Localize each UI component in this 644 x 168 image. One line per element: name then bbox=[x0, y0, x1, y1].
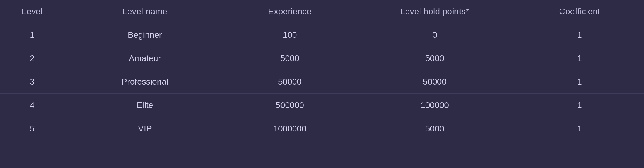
cell-coefficient: 1 bbox=[515, 70, 644, 94]
cell-coefficient: 1 bbox=[515, 47, 644, 70]
cell-coefficient: 1 bbox=[515, 94, 644, 117]
cell-experience: 100 bbox=[225, 23, 354, 47]
table-row: 5VIP100000050001 bbox=[0, 117, 644, 141]
table-row: 3Professional50000500001 bbox=[0, 70, 644, 94]
cell-name: Beginner bbox=[64, 23, 225, 47]
cell-name: Professional bbox=[64, 70, 225, 94]
cell-name: Elite bbox=[64, 94, 225, 117]
cell-coefficient: 1 bbox=[515, 23, 644, 47]
cell-experience: 5000 bbox=[225, 47, 354, 70]
cell-level: 2 bbox=[0, 47, 64, 70]
table-header-row: Level Level name Experience Level hold p… bbox=[0, 0, 644, 23]
cell-level: 3 bbox=[0, 70, 64, 94]
cell-name: Amateur bbox=[64, 47, 225, 70]
cell-hold-points: 100000 bbox=[354, 94, 515, 117]
cell-hold-points: 5000 bbox=[354, 47, 515, 70]
cell-experience: 1000000 bbox=[225, 117, 354, 141]
header-level-name: Level name bbox=[64, 0, 225, 23]
header-level-hold-points: Level hold points* bbox=[354, 0, 515, 23]
header-level: Level bbox=[0, 0, 64, 23]
header-coefficient: Coefficient bbox=[515, 0, 644, 23]
cell-level: 5 bbox=[0, 117, 64, 141]
cell-coefficient: 1 bbox=[515, 117, 644, 141]
cell-experience: 50000 bbox=[225, 70, 354, 94]
table-row: 4Elite5000001000001 bbox=[0, 94, 644, 117]
cell-hold-points: 50000 bbox=[354, 70, 515, 94]
header-experience: Experience bbox=[225, 0, 354, 23]
table-row: 1Beginner10001 bbox=[0, 23, 644, 47]
cell-hold-points: 5000 bbox=[354, 117, 515, 141]
cell-level: 4 bbox=[0, 94, 64, 117]
cell-hold-points: 0 bbox=[354, 23, 515, 47]
cell-experience: 500000 bbox=[225, 94, 354, 117]
cell-level: 1 bbox=[0, 23, 64, 47]
levels-table: Level Level name Experience Level hold p… bbox=[0, 0, 644, 140]
table-row: 2Amateur500050001 bbox=[0, 47, 644, 70]
cell-name: VIP bbox=[64, 117, 225, 141]
